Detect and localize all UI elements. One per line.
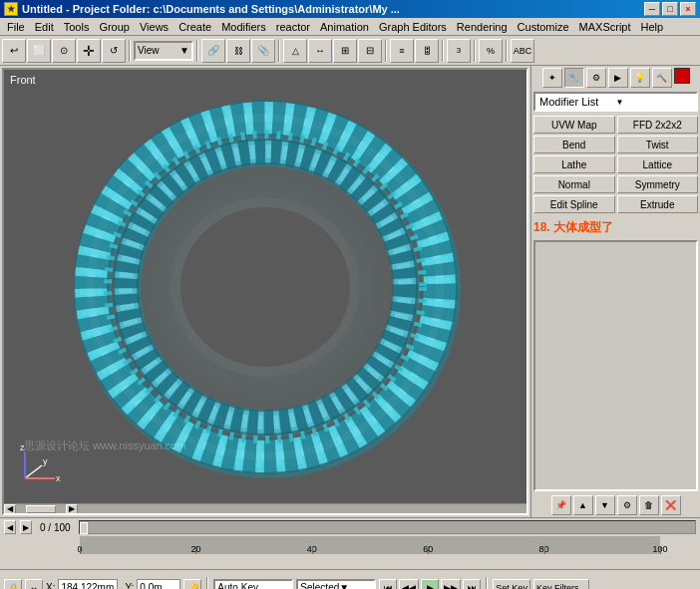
y-field[interactable]: 0.0m <box>137 579 180 590</box>
layers-button[interactable]: ≡ <box>390 39 414 63</box>
select-move-button[interactable]: ✛ <box>77 39 101 63</box>
lathe-btn[interactable]: Lathe <box>533 155 615 173</box>
hierarchy-tab[interactable]: ⚙ <box>586 68 606 88</box>
key-icon-btn[interactable]: 🔑 <box>183 579 201 590</box>
rotate-button[interactable]: ↺ <box>102 39 126 63</box>
track-button[interactable]: 🎛 <box>415 39 439 63</box>
modifier-grid: UVW Map FFD 2x2x2 Bend Twist Lathe Latti… <box>533 116 698 213</box>
menu-rendering[interactable]: Rendering <box>452 20 513 34</box>
ruler-tick-40 <box>312 546 313 554</box>
next-frame-btn[interactable]: ▶▶ <box>441 579 461 590</box>
dropdown-arrow-icon: ▼ <box>616 98 693 107</box>
menu-customize[interactable]: Customize <box>513 20 574 34</box>
modifier-stack[interactable] <box>533 240 698 491</box>
timeline-prev-btn[interactable]: ◀ <box>4 520 16 534</box>
viewport[interactable]: Front <box>2 68 528 515</box>
color-swatch[interactable] <box>674 68 690 84</box>
select-circle-button[interactable]: ⊙ <box>52 39 76 63</box>
window-controls: ─ □ × <box>644 2 696 16</box>
setkey-btn[interactable]: Set Key <box>493 579 530 590</box>
modifier-list-dropdown[interactable]: Modifier List ▼ <box>533 92 698 112</box>
motion-tab[interactable]: ▶ <box>608 68 628 88</box>
minimize-button[interactable]: ─ <box>644 2 660 16</box>
scroll-right-btn[interactable]: ▶ <box>66 504 78 514</box>
menu-graph-editors[interactable]: Graph Editors <box>374 20 452 34</box>
view-dropdown[interactable]: View ▼ <box>134 41 193 61</box>
timeline-counter: 0 / 100 <box>36 522 75 533</box>
close-button[interactable]: × <box>680 2 696 16</box>
modify-tab active[interactable]: 🔧 <box>564 68 584 88</box>
up-btn[interactable]: ▲ <box>573 495 593 515</box>
symmetry-btn[interactable]: Symmetry <box>617 175 699 193</box>
autokey-dropdown[interactable]: Auto Key <box>213 579 293 590</box>
delete-btn[interactable]: 🗑 <box>639 495 659 515</box>
timeline-area: ◀ ▶ 0 / 100 0 20 40 60 80 100 <box>0 517 700 569</box>
type-btn[interactable]: 3 <box>447 39 471 63</box>
utilities-tab[interactable]: 🔨 <box>652 68 672 88</box>
timeline-next-btn[interactable]: ▶ <box>20 520 32 534</box>
keyfilters-btn[interactable]: Key Filters... <box>533 579 589 590</box>
menu-tools[interactable]: Tools <box>59 20 95 34</box>
menu-create[interactable]: Create <box>174 20 216 34</box>
extrude-btn[interactable]: Extrude <box>617 195 699 213</box>
x-field[interactable]: 184.122mm <box>58 579 118 590</box>
lattice-btn[interactable]: Lattice <box>617 155 699 173</box>
maximize-button[interactable]: □ <box>662 2 678 16</box>
sep-bottom-2 <box>486 577 488 590</box>
display-tab[interactable]: 💡 <box>630 68 650 88</box>
scrollbar-thumb[interactable] <box>26 505 56 513</box>
panel-tabs: ✦ 🔧 ⚙ ▶ 💡 🔨 <box>533 68 698 88</box>
bend-btn[interactable]: Bend <box>533 136 615 153</box>
viewport-scrollbar[interactable]: ◀ ▶ <box>4 503 526 513</box>
prev-frame-btn[interactable]: ◀◀ <box>399 579 419 590</box>
lock-btn[interactable]: 🔒 <box>4 579 22 590</box>
editspline-btn[interactable]: Edit Spline <box>533 195 615 213</box>
ruler-tick-60 <box>428 546 429 554</box>
timeline-playhead[interactable] <box>80 522 88 534</box>
separator-7 <box>506 40 508 62</box>
menu-group[interactable]: Group <box>94 20 135 34</box>
undo-button[interactable]: ↩ <box>2 39 26 63</box>
down-btn[interactable]: ▼ <box>595 495 615 515</box>
menu-reactor[interactable]: reactor <box>271 20 315 34</box>
pin-btn[interactable]: 📌 <box>551 495 571 515</box>
timeline-track[interactable] <box>79 520 696 534</box>
separator-6 <box>474 40 476 62</box>
ruler-tick-100 <box>660 546 661 554</box>
unlink-button[interactable]: ⛓ <box>226 39 250 63</box>
bind-button[interactable]: 📎 <box>251 39 275 63</box>
skip-end-btn[interactable]: ⏭ <box>463 579 481 590</box>
menu-modifiers[interactable]: Modifiers <box>216 20 271 34</box>
select-button[interactable]: ⬜ <box>27 39 51 63</box>
create-tab[interactable]: ✦ <box>542 68 562 88</box>
link-button[interactable]: 🔗 <box>201 39 225 63</box>
menu-views[interactable]: Views <box>135 20 174 34</box>
mirror-button[interactable]: ↔ <box>308 39 332 63</box>
svg-point-12 <box>180 207 350 367</box>
menu-file[interactable]: File <box>2 20 30 34</box>
separator-4 <box>385 40 387 62</box>
percent-btn[interactable]: % <box>479 39 503 63</box>
trash-btn[interactable]: ❌ <box>661 495 681 515</box>
uvwmap-btn[interactable]: UVW Map <box>533 116 615 134</box>
x-move-btn[interactable]: ↔ <box>25 579 43 590</box>
twist-btn[interactable]: Twist <box>617 136 699 153</box>
menu-help[interactable]: Help <box>636 20 669 34</box>
scroll-left-btn[interactable]: ◀ <box>4 504 16 514</box>
selected-dropdown[interactable]: Selected ▼ <box>296 579 376 590</box>
menu-bar: File Edit Tools Group Views Create Modif… <box>0 18 700 36</box>
array-button[interactable]: ⊞ <box>333 39 357 63</box>
polygon-button[interactable]: △ <box>283 39 307 63</box>
render-btn[interactable]: ABC <box>511 39 534 63</box>
skip-start-btn[interactable]: ⏮ <box>379 579 397 590</box>
play-btn[interactable]: ▶ <box>421 579 439 590</box>
normal-btn[interactable]: Normal <box>533 175 615 193</box>
modifier-list-label: Modifier List <box>539 96 616 108</box>
playback-controls: ⏮ ◀◀ ▶ ▶▶ ⏭ <box>379 579 481 590</box>
menu-animation[interactable]: Animation <box>315 20 374 34</box>
ffd2x2x2-btn[interactable]: FFD 2x2x2 <box>617 116 699 134</box>
menu-edit[interactable]: Edit <box>30 20 59 34</box>
menu-maxscript[interactable]: MAXScript <box>574 20 636 34</box>
config-btn[interactable]: ⚙ <box>617 495 637 515</box>
align-button[interactable]: ⊟ <box>358 39 382 63</box>
